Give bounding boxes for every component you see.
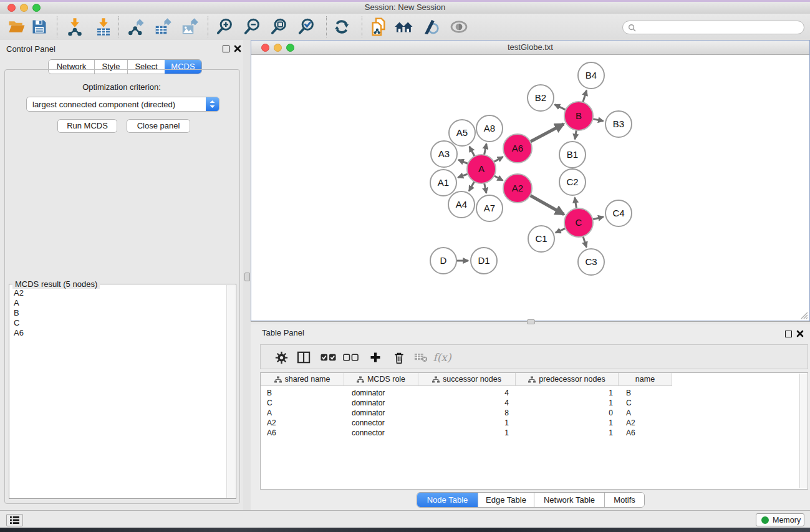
memory-button[interactable]: Memory <box>756 513 804 526</box>
edge-A-A2[interactable] <box>494 176 503 181</box>
vertical-splitter[interactable] <box>243 40 251 510</box>
node-label: B <box>576 110 582 121</box>
table-scrollbar[interactable] <box>799 374 807 488</box>
edge-A2-C[interactable] <box>530 195 564 215</box>
add-column-button[interactable] <box>366 349 385 366</box>
float-panel-button[interactable] <box>223 46 229 52</box>
node-A[interactable]: A <box>467 155 496 183</box>
zoom-fit-button[interactable] <box>268 16 291 38</box>
edge-B-B1[interactable] <box>575 130 576 140</box>
node-C4[interactable]: C4 <box>605 200 632 226</box>
tab-node-table[interactable]: Node Table <box>417 493 478 507</box>
column-header-name[interactable]: name <box>619 373 672 386</box>
edge-C-C1[interactable] <box>556 228 566 233</box>
edge-A-A4[interactable] <box>469 181 475 191</box>
edge-B-B2[interactable] <box>555 105 566 110</box>
column-header-shared-name[interactable]: shared name <box>261 373 344 386</box>
edge-C-C4[interactable] <box>592 217 603 220</box>
column-header-predecessor-nodes[interactable]: predecessor nodes <box>516 373 619 386</box>
table-settings-button[interactable] <box>272 349 291 366</box>
node-A6[interactable]: A6 <box>503 134 532 163</box>
edge-A6-B[interactable] <box>530 124 564 142</box>
node-C[interactable]: C <box>564 208 593 237</box>
table-row-A2[interactable]: A2connector11A2 <box>261 418 801 428</box>
deselect-all-button[interactable] <box>341 349 360 366</box>
tab-motifs[interactable]: Motifs <box>604 493 644 507</box>
select-all-button[interactable] <box>319 349 337 366</box>
node-B1[interactable]: B1 <box>559 142 586 168</box>
zoom-selected-button[interactable] <box>296 16 318 38</box>
zoom-out-button[interactable] <box>241 16 264 38</box>
edge-C-C2[interactable] <box>575 198 577 209</box>
node-D1[interactable]: D1 <box>471 248 497 274</box>
task-history-button[interactable] <box>6 514 23 526</box>
resize-grip-icon[interactable] <box>799 311 808 319</box>
search-input[interactable] <box>636 22 794 33</box>
edge-C-C3[interactable] <box>583 236 586 247</box>
export-image-button[interactable] <box>178 16 201 38</box>
edge-A-A7[interactable] <box>485 183 486 193</box>
table-row-A[interactable]: Adominator80A <box>261 408 801 418</box>
node-A2[interactable]: A2 <box>503 174 532 203</box>
node-A8[interactable]: A8 <box>476 115 503 142</box>
main-toolbar <box>0 14 810 41</box>
import-table-button[interactable] <box>92 16 115 38</box>
table-row-A6[interactable]: A6connector11A6 <box>261 428 801 438</box>
show-hide-details-button[interactable] <box>420 16 442 38</box>
clone-network-button[interactable] <box>367 16 390 38</box>
node-C1[interactable]: C1 <box>528 226 554 252</box>
edge-A-A5[interactable] <box>470 147 475 157</box>
close-table-panel-icon[interactable] <box>796 330 804 337</box>
first-neighbors-button[interactable] <box>393 16 415 38</box>
column-view-button[interactable] <box>294 349 313 366</box>
zoom-in-button[interactable] <box>214 16 236 38</box>
horizontal-divider-handle[interactable] <box>527 319 535 324</box>
node-B4[interactable]: B4 <box>578 62 604 89</box>
edge-B-B4[interactable] <box>583 90 587 102</box>
node-A4[interactable]: A4 <box>448 191 475 218</box>
edge-A-A6[interactable] <box>494 157 503 162</box>
edge-B-B3[interactable] <box>593 119 604 121</box>
column-header-successor-nodes[interactable]: successor nodes <box>418 373 516 386</box>
export-network-button[interactable] <box>125 16 147 38</box>
criterion-select[interactable]: largest connected component (directed) <box>26 97 219 112</box>
import-network-button[interactable] <box>64 16 86 38</box>
save-session-button[interactable] <box>28 16 51 38</box>
node-label: B3 <box>613 118 624 129</box>
edge-A-A3[interactable] <box>458 160 468 163</box>
export-table-button[interactable] <box>152 16 174 38</box>
refresh-view-button[interactable] <box>330 16 353 38</box>
select-stepper <box>206 97 219 111</box>
splitter-handle[interactable] <box>244 273 250 281</box>
close-panel-icon[interactable] <box>234 45 241 52</box>
node-A1[interactable]: A1 <box>430 170 456 196</box>
node-B3[interactable]: B3 <box>605 111 632 137</box>
table-row-B[interactable]: Bdominator41B <box>261 388 801 398</box>
float-table-panel-button[interactable] <box>785 331 792 337</box>
delete-column-button[interactable] <box>390 349 408 366</box>
node-B2[interactable]: B2 <box>528 85 554 111</box>
mcds-result-box: MCDS result (5 nodes) A2ABCA6 <box>9 284 236 499</box>
edge-A-A1[interactable] <box>458 174 468 178</box>
bird-eye-view-button[interactable] <box>448 16 470 38</box>
open-session-button[interactable] <box>6 16 28 38</box>
search-field[interactable] <box>622 21 804 34</box>
mcds-result-scrollbar[interactable] <box>226 285 235 498</box>
eye-icon <box>449 17 469 37</box>
node-A3[interactable]: A3 <box>431 141 457 167</box>
node-A5[interactable]: A5 <box>449 120 475 146</box>
table-row-C[interactable]: Cdominator41C <box>261 398 801 408</box>
node-C2[interactable]: C2 <box>559 169 586 195</box>
node-B[interactable]: B <box>564 102 593 130</box>
edge-A-A8[interactable] <box>485 144 487 155</box>
network-canvas[interactable]: B4B2BB3A8A5A6A3B1AA1C2A2A4A7C4CC1DD1C3 <box>252 55 809 320</box>
tab-network-table[interactable]: Network Table <box>534 493 604 507</box>
close-panel-button[interactable]: Close panel <box>127 119 190 133</box>
mcds-result-list: A2ABCA6 <box>9 288 226 497</box>
column-header-MCDS-role[interactable]: MCDS role <box>344 373 418 386</box>
node-A7[interactable]: A7 <box>476 195 503 221</box>
node-C3[interactable]: C3 <box>578 249 604 275</box>
run-mcds-button[interactable]: Run MCDS <box>57 119 117 133</box>
tab-edge-table[interactable]: Edge Table <box>478 493 534 507</box>
node-D[interactable]: D <box>430 248 456 274</box>
